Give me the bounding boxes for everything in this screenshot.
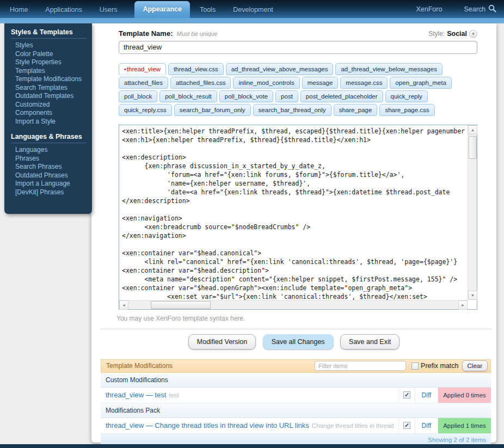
sidebar-item-search-phrases[interactable]: Search Phrases: [11, 163, 87, 171]
sidebar-item-outdated-templates[interactable]: Outdated Templates: [11, 92, 87, 101]
nav-item-home[interactable]: Home: [10, 6, 28, 18]
sidebar-item-search-templates[interactable]: Search Templates: [11, 84, 87, 93]
template-name-label: Template Name:: [119, 29, 173, 38]
vertical-scroll-thumb[interactable]: [469, 136, 477, 159]
scroll-right-icon[interactable]: ►: [458, 300, 468, 310]
tab-thread_view[interactable]: •thread_view: [119, 63, 166, 75]
section-divider: [101, 329, 491, 329]
sidebar-item-color-palette[interactable]: Color Palette: [11, 50, 87, 59]
sidebar-section-styles-templates: Styles & Templates: [11, 28, 87, 39]
nav-item-appearance[interactable]: Appearance: [134, 1, 190, 18]
nav-accent-strip: [0, 18, 504, 23]
nav-search[interactable]: Search: [464, 4, 496, 14]
tab-thread_view-css[interactable]: thread_view.css: [168, 63, 224, 75]
sidebar-item-languages[interactable]: Languages: [11, 146, 87, 155]
sidebar-item-customized-components[interactable]: Customized Components: [11, 101, 87, 118]
tab-open_graph_meta[interactable]: open_graph_meta: [390, 77, 451, 89]
tab-attached_files[interactable]: attached_files: [119, 77, 168, 89]
prefix-match-label: Prefix match: [421, 362, 458, 370]
tab-post_deleted_placeholder[interactable]: post_deleted_placeholder: [300, 90, 383, 102]
sidebar-item-phrases[interactable]: Phrases: [11, 155, 87, 163]
template-modifications-block: Template Modifications Prefix match Clea…: [101, 359, 491, 446]
sidebar-item-devkit-phrases[interactable]: [DevKit] Phrases: [11, 188, 87, 197]
sidebar-item-style-properties[interactable]: Style Properties: [11, 58, 87, 67]
tab-ad_thread_view_below_messages[interactable]: ad_thread_view_below_messages: [335, 63, 442, 75]
nav-item-development[interactable]: Development: [233, 6, 273, 18]
vertical-scrollbar[interactable]: ▲ ▼: [468, 125, 477, 300]
tab-share_page-css[interactable]: share_page.css: [379, 104, 434, 116]
tab-inline_mod_controls[interactable]: inline_mod_controls: [233, 77, 299, 89]
tab-poll_block_vote[interactable]: poll_block_vote: [219, 90, 273, 102]
scroll-up-icon[interactable]: ▲: [468, 125, 477, 134]
modification-enabled-checkbox[interactable]: ✓: [403, 422, 410, 429]
save-all-changes-button[interactable]: Save all Changes: [263, 334, 334, 349]
chevron-down-icon[interactable]: ▾: [469, 30, 477, 38]
style-value: Social: [447, 30, 467, 38]
group-header-custom-modifications: Custom Modifications: [101, 373, 491, 388]
tab-poll_block_result[interactable]: poll_block_result: [159, 90, 217, 102]
tab-poll_block[interactable]: poll_block: [119, 90, 157, 102]
search-label: Search: [464, 5, 485, 13]
horizontal-scrollbar[interactable]: ◄ ►: [119, 300, 468, 309]
applied-count-badge: Applied 1 times: [438, 418, 491, 433]
prefix-match-option[interactable]: Prefix match: [411, 362, 458, 370]
template-code-editor[interactable]: <xen:title>{xen:helper threadPrefix, $th…: [119, 125, 477, 310]
template-modifications-title: Template Modifications: [106, 362, 315, 370]
xenforo-brand-link[interactable]: XenForo: [416, 5, 442, 13]
template-code[interactable]: <xen:title>{xen:helper threadPrefix, $th…: [119, 125, 468, 300]
nav-item-users[interactable]: Users: [100, 6, 118, 18]
template-modifications-header: Template Modifications Prefix match Clea…: [101, 359, 491, 373]
sidebar: Styles & Templates Styles Color Palette …: [4, 23, 92, 214]
style-label: Style:: [428, 30, 445, 38]
modification-link[interactable]: thread_view — Change thread titles in th…: [106, 421, 309, 429]
sidebar-item-styles[interactable]: Styles: [11, 41, 87, 50]
modification-description: Change thread titles in thread: [312, 422, 394, 429]
style-chooser[interactable]: Style: Social ▾: [428, 30, 477, 38]
group-header-modifications-pack: Modifications Pack: [101, 403, 491, 418]
nav-item-applications[interactable]: Applications: [45, 6, 82, 18]
sidebar-item-import-a-style[interactable]: Import a Style: [11, 118, 87, 126]
template-tabs: •thread_view thread_view.css ad_thread_v…: [119, 63, 483, 118]
prefix-match-checkbox[interactable]: [411, 363, 419, 370]
tab-ad_thread_view_above_messages[interactable]: ad_thread_view_above_messages: [226, 63, 334, 75]
tab-message[interactable]: message: [302, 77, 339, 89]
tab-search_bar_thread_only[interactable]: search_bar_thread_only: [253, 104, 331, 116]
template-name-input[interactable]: [119, 41, 477, 54]
modification-row: thread_view — test test ✓ Diff Applied 0…: [101, 388, 491, 403]
tab-share_page[interactable]: share_page: [334, 104, 378, 116]
action-buttons: Modified Version Save all Changes Save a…: [91, 334, 496, 349]
sidebar-item-template-modifications[interactable]: Template Modifications: [11, 75, 87, 84]
diff-link[interactable]: Diff: [422, 391, 432, 399]
nav-item-tools[interactable]: Tools: [200, 6, 216, 18]
modified-bullet-icon: •: [124, 66, 126, 72]
sidebar-item-outdated-phrases[interactable]: Outdated Phrases: [11, 171, 87, 180]
sidebar-item-import-a-language[interactable]: Import a Language: [11, 180, 87, 188]
applied-count-badge: Applied 0 times: [438, 388, 491, 403]
modification-link[interactable]: thread_view — test: [106, 391, 166, 399]
horizontal-scroll-thumb[interactable]: [151, 301, 211, 309]
content-panel: Template Name: Must be unique Style: Soc…: [91, 23, 496, 443]
syntax-hint: You may use XenForo template syntax here…: [116, 315, 477, 322]
modification-description: test: [169, 392, 179, 398]
tab-search_bar_forum_only[interactable]: search_bar_forum_only: [174, 104, 251, 116]
tab-message-css[interactable]: message.css: [340, 77, 388, 89]
save-and-exit-button[interactable]: Save and Exit: [340, 334, 399, 349]
tab-attached_files-css[interactable]: attached_files.css: [170, 77, 231, 89]
modification-enabled-checkbox[interactable]: ✓: [403, 391, 410, 398]
tab-quick_reply-css[interactable]: quick_reply.css: [119, 104, 172, 116]
tab-quick_reply[interactable]: quick_reply: [385, 90, 428, 102]
modification-row: thread_view — Change thread titles in th…: [101, 418, 491, 434]
tab-post[interactable]: post: [275, 90, 298, 102]
sidebar-item-templates[interactable]: Templates: [11, 67, 87, 76]
clear-button[interactable]: Clear: [462, 360, 488, 371]
modified-version-button[interactable]: Modified Version: [188, 334, 256, 349]
diff-link[interactable]: Diff: [422, 422, 432, 429]
template-name-hint: Must be unique: [176, 30, 217, 37]
filter-items-input[interactable]: [315, 361, 406, 371]
page-bottom-strip: [0, 444, 504, 448]
top-navigation: Home Applications Users Appearance Tools…: [0, 0, 504, 18]
sidebar-section-languages-phrases: Languages & Phrases: [11, 133, 87, 143]
search-icon[interactable]: [488, 4, 496, 14]
scroll-left-icon[interactable]: ◄: [119, 300, 128, 310]
scroll-down-icon[interactable]: ▼: [468, 291, 477, 300]
